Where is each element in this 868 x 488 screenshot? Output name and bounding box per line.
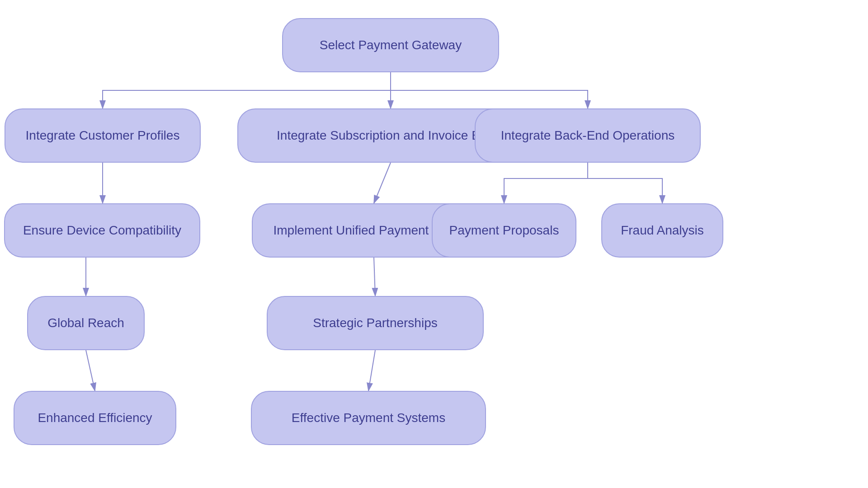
svg-line-6	[86, 350, 95, 391]
svg-line-3	[374, 163, 391, 203]
node-ensure-device[interactable]: Ensure Device Compatibility	[4, 203, 200, 258]
svg-line-5	[374, 258, 375, 296]
node-effective-payment[interactable]: Effective Payment Systems	[251, 391, 486, 445]
svg-line-7	[368, 350, 375, 391]
node-global-reach[interactable]: Global Reach	[27, 296, 145, 350]
diagram-container: Select Payment Gateway Integrate Custome…	[0, 0, 868, 488]
node-integrate-backend[interactable]: Integrate Back-End Operations	[475, 108, 701, 163]
node-strategic-partnerships[interactable]: Strategic Partnerships	[267, 296, 484, 350]
node-fraud-analysis[interactable]: Fraud Analysis	[601, 203, 723, 258]
node-enhanced-efficiency[interactable]: Enhanced Efficiency	[14, 391, 176, 445]
node-integrate-customer-profiles[interactable]: Integrate Customer Profiles	[5, 108, 201, 163]
node-payment-proposals[interactable]: Payment Proposals	[432, 203, 576, 258]
node-select-payment-gateway[interactable]: Select Payment Gateway	[282, 18, 499, 72]
